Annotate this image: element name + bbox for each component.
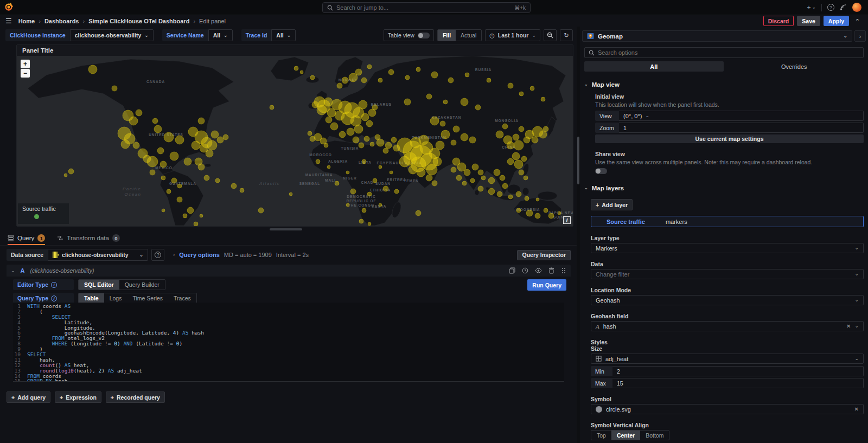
sql-code-editor[interactable]: 1WITH coords AS2 (3 SELECT4 Latitude,5 L… — [13, 303, 564, 382]
logs-option[interactable]: Logs — [104, 293, 127, 303]
search-input[interactable] — [336, 4, 511, 11]
global-search[interactable]: ⌘+k — [322, 2, 531, 13]
sql-line[interactable]: 1WITH coords AS — [13, 304, 564, 309]
run-query-button[interactable]: Run Query — [527, 279, 566, 291]
valign-center-option[interactable]: Center — [611, 431, 640, 440]
use-current-map-settings-button[interactable]: Use current map settings — [595, 134, 864, 143]
valign-top-option[interactable]: Top — [591, 431, 611, 440]
geohash-field-select[interactable]: A hash ✕ ⌄ — [591, 321, 864, 331]
zoom-input[interactable] — [623, 125, 859, 131]
time-series-option[interactable]: Time Series — [127, 293, 168, 303]
layer-item-source-traffic[interactable]: Source traffic markers — [591, 216, 864, 227]
hide-query-icon[interactable] — [535, 267, 542, 274]
table-view-toggle[interactable]: Table view — [384, 29, 434, 41]
sql-line[interactable]: 11 hash, — [13, 357, 564, 363]
scrollbar-thumb[interactable] — [577, 137, 579, 184]
max-input[interactable] — [617, 380, 859, 387]
map-zoom-in-button[interactable]: + — [21, 60, 30, 68]
panel-resize-handle[interactable] — [270, 228, 302, 230]
collapse-up-icon[interactable]: ⌃ — [852, 16, 863, 26]
map-attribution-icon[interactable]: i — [563, 216, 571, 224]
layer-type-label: Layer type — [591, 235, 864, 241]
tab-transform-data[interactable]: Transform data 0 — [57, 234, 120, 245]
query-inspector-button[interactable]: Query Inspector — [517, 250, 571, 260]
section-map-layers[interactable]: ⌄ Map layers — [584, 185, 864, 191]
chevron-down-icon[interactable]: ⌄ — [11, 268, 15, 273]
share-view-switch[interactable] — [595, 168, 607, 174]
sql-line[interactable]: 9 ) — [13, 346, 564, 352]
sql-line[interactable]: 15GROUP BY hash — [13, 378, 564, 382]
variable-value-clickhouse-instance[interactable]: clickhouse-observability⌄ — [70, 29, 154, 41]
history-icon[interactable] — [522, 267, 528, 274]
sql-editor-option[interactable]: SQL Editor — [79, 280, 119, 290]
query-builder-option[interactable]: Query Builder — [119, 280, 165, 290]
breadcrumb-item[interactable]: Dashboards — [44, 18, 79, 24]
breadcrumb-item[interactable]: Home — [18, 18, 35, 24]
table-option[interactable]: Table — [79, 293, 104, 303]
section-map-view[interactable]: ⌄ Map view — [584, 81, 864, 88]
drag-handle-icon[interactable] — [561, 267, 566, 274]
options-search[interactable] — [584, 47, 864, 58]
news-icon[interactable] — [840, 4, 847, 11]
clear-icon[interactable]: ✕ — [846, 323, 851, 329]
options-tab-overrides[interactable]: Overrides — [725, 61, 864, 72]
apply-button[interactable]: Apply — [824, 16, 849, 26]
variable-value-trace-id[interactable]: All⌄ — [271, 29, 296, 41]
query-row-header[interactable]: ⌄ A (clickhouse-observability) — [7, 265, 571, 277]
query-editor-card: ⌄ A (clickhouse-observability) — [7, 265, 571, 383]
tab-query[interactable]: Query 1 — [8, 234, 45, 245]
sql-line[interactable]: 13 round(log10(heat), 2) AS adj_heat — [13, 368, 564, 374]
save-button[interactable]: Save — [797, 16, 820, 26]
add-query-button[interactable]: + Add query — [7, 391, 50, 403]
info-icon[interactable]: i — [51, 296, 57, 301]
expression-button[interactable]: + Expression — [55, 391, 101, 403]
options-tab-all[interactable]: All — [584, 61, 724, 72]
table-view-switch[interactable] — [418, 33, 430, 38]
datasource-help-button[interactable]: ? — [151, 249, 164, 261]
actual-option[interactable]: Actual — [456, 30, 481, 41]
size-field-select[interactable]: adj_heat ⌄ — [591, 354, 864, 364]
help-icon[interactable]: ? — [827, 4, 834, 11]
add-layer-button[interactable]: + Add layer — [591, 199, 633, 210]
visualization-picker[interactable]: Geomap ⌄ — [582, 30, 852, 42]
fill-option[interactable]: Fill — [438, 30, 456, 41]
variable-value-service-name[interactable]: All⌄ — [208, 29, 233, 41]
symbol-select[interactable]: circle.svg ✕ — [591, 404, 864, 414]
collapse-options-button[interactable]: › — [854, 30, 866, 42]
time-range-picker[interactable]: ◷ Last 1 hour ⌄ — [485, 29, 540, 41]
sql-line[interactable]: 8 WHERE (Longitude != 0) AND (Latitude !… — [13, 341, 564, 346]
menu-icon[interactable]: ☰ — [5, 17, 12, 25]
initial-view-label: Initial view — [595, 93, 864, 100]
panel-title[interactable]: Panel Title — [17, 45, 573, 56]
options-search-input[interactable] — [598, 49, 859, 56]
location-mode-select[interactable]: Geohash ⌄ — [591, 295, 864, 305]
data-select[interactable]: Change filter ⌄ — [591, 269, 864, 279]
avatar[interactable] — [852, 3, 861, 12]
zoom-out-time-button[interactable] — [544, 29, 557, 41]
sql-line[interactable]: 14FROM coords — [13, 374, 564, 379]
clear-icon[interactable]: ✕ — [854, 406, 859, 412]
refresh-button[interactable]: ↻ — [560, 29, 573, 41]
query-options-link[interactable]: Query options — [179, 252, 220, 258]
traces-option[interactable]: Traces — [168, 293, 196, 303]
recorded-query-button[interactable]: + Recorded query — [106, 391, 165, 403]
sql-line[interactable]: 4 Latitude, — [13, 320, 564, 325]
delete-query-icon[interactable] — [548, 267, 554, 274]
datasource-picker[interactable]: clickhouse-observability ⌄ — [48, 249, 148, 261]
svg-text:EGYPT: EGYPT — [376, 161, 391, 165]
duplicate-icon[interactable] — [509, 267, 515, 274]
discard-button[interactable]: Discard — [763, 16, 794, 26]
sql-line[interactable]: 10SELECT — [13, 352, 564, 357]
sql-line[interactable]: 2 ( — [13, 309, 564, 314]
add-menu-button[interactable]: +⌄ — [807, 4, 816, 11]
min-input[interactable] — [617, 368, 859, 375]
world-map[interactable]: RUSSIACANADAUNITED STATESMEXICOGUATEMALA… — [17, 56, 573, 226]
breadcrumb-item[interactable]: Simple ClickHouse OTel Dashboard — [88, 18, 189, 24]
map-zoom-out-button[interactable]: − — [21, 69, 30, 78]
grafana-logo-icon[interactable] — [4, 3, 14, 12]
sql-line[interactable]: 3 SELECT — [13, 314, 564, 320]
layer-type-select[interactable]: Markers ⌄ — [591, 243, 864, 253]
info-icon[interactable]: i — [51, 282, 57, 288]
valign-bottom-option[interactable]: Bottom — [640, 431, 669, 440]
view-select[interactable]: (0°, 0°) ⌄ — [619, 111, 864, 121]
